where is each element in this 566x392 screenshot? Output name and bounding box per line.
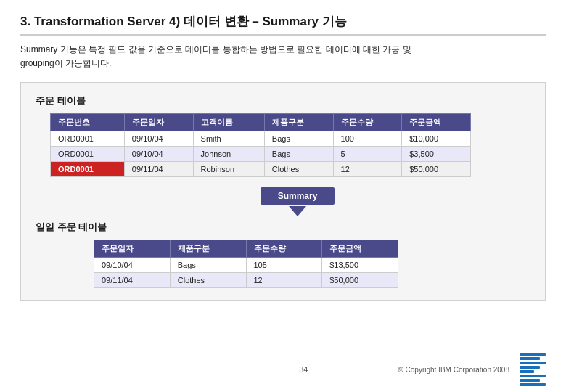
table-cell: 105 xyxy=(246,258,322,273)
bottom-table-th: 제품구분 xyxy=(170,240,246,258)
table-cell: Bags xyxy=(264,147,333,162)
summary-box: Summary xyxy=(261,187,335,205)
copyright: © Copyright IBM Corporation 2008 xyxy=(398,366,509,374)
table-cell: 09/10/04 xyxy=(124,131,193,147)
top-table-th: 주문번호 xyxy=(51,114,125,131)
bottom-table-body: 09/10/04Bags105$13,50009/11/04Clothes12$… xyxy=(94,258,398,288)
table-cell: 09/10/04 xyxy=(94,258,171,273)
table-cell: 09/11/04 xyxy=(94,273,171,288)
table-cell: 100 xyxy=(333,131,402,147)
description: Summary 기능은 특정 필드 값을 기준으로 데이터를 통합하는 방법으로… xyxy=(20,43,546,70)
table-row: ORD000109/11/04RobinsonClothes12$50,000 xyxy=(51,162,471,177)
table-cell: 09/10/04 xyxy=(124,147,193,162)
ibm-stripe-1 xyxy=(520,353,546,356)
arrow-down-icon xyxy=(289,206,306,216)
top-table-body: ORD000109/10/04SmithBags100$10,000ORD000… xyxy=(51,131,471,177)
table-cell: ORD0001 xyxy=(51,162,125,177)
table-row: ORD000109/10/04SmithBags100$10,000 xyxy=(51,131,471,147)
top-table-th: 주문금액 xyxy=(402,114,471,131)
ibm-stripes xyxy=(520,353,546,386)
top-table-th: 고객이름 xyxy=(193,114,264,131)
top-table-label: 주문 테이블 xyxy=(36,94,530,107)
table-cell: Bags xyxy=(170,258,246,273)
table-cell: $3,500 xyxy=(402,147,471,162)
bottom-table-header: 주문일자제품구분주문수량주문금액 xyxy=(94,240,398,258)
table-cell: Bags xyxy=(264,131,333,147)
table-cell: Johnson xyxy=(193,147,264,162)
table-cell: ORD0001 xyxy=(51,131,125,147)
ibm-stripe-5 xyxy=(520,370,534,373)
page-title: 3. Transformation Server 4) 데이터 변환 – Sum… xyxy=(20,13,546,36)
page-number: 34 xyxy=(209,365,398,374)
ibm-stripe-8 xyxy=(520,383,546,386)
summary-container: Summary xyxy=(50,181,545,216)
ibm-stripe-4 xyxy=(520,366,540,369)
table-cell: 09/11/04 xyxy=(124,162,193,177)
top-table-th: 제품구분 xyxy=(264,114,333,131)
top-table: 주문번호주문일자고객이름제품구분주문수량주문금액 ORD000109/10/04… xyxy=(50,113,471,177)
ibm-stripe-7 xyxy=(520,379,540,382)
bottom-table-th: 주문금액 xyxy=(322,240,398,258)
footer: 34 © Copyright IBM Corporation 2008 xyxy=(0,353,566,386)
content-area: 주문 테이블 주문번호주문일자고객이름제품구분주문수량주문금액 ORD00010… xyxy=(20,82,546,301)
top-table-header: 주문번호주문일자고객이름제품구분주문수량주문금액 xyxy=(51,114,471,131)
bottom-table-label: 일일 주문 테이블 xyxy=(36,221,530,234)
ibm-stripe-3 xyxy=(520,362,546,364)
table-row: ORD000109/10/04JohnsonBags5$3,500 xyxy=(51,147,471,162)
bottom-table-th: 주문수량 xyxy=(246,240,322,258)
bottom-table: 주문일자제품구분주문수량주문금액 09/10/04Bags105$13,5000… xyxy=(94,240,398,288)
table-row: 09/10/04Bags105$13,500 xyxy=(94,258,398,273)
table-cell: $50,000 xyxy=(402,162,471,177)
top-table-th: 주문일자 xyxy=(124,114,193,131)
table-cell: Clothes xyxy=(264,162,333,177)
table-cell: Robinson xyxy=(193,162,264,177)
table-cell: $13,500 xyxy=(322,258,398,273)
table-cell: $10,000 xyxy=(402,131,471,147)
ibm-stripe-6 xyxy=(520,375,546,377)
table-cell: 12 xyxy=(333,162,402,177)
table-cell: Smith xyxy=(193,131,264,147)
table-cell: 12 xyxy=(246,273,322,288)
ibm-logo xyxy=(520,353,546,386)
ibm-stripe-2 xyxy=(520,357,540,360)
table-cell: ORD0001 xyxy=(51,147,125,162)
table-cell: 5 xyxy=(333,147,402,162)
page: 3. Transformation Server 4) 데이터 변환 – Sum… xyxy=(0,0,566,392)
bottom-table-th: 주문일자 xyxy=(94,240,171,258)
table-cell: Clothes xyxy=(170,273,246,288)
table-row: 09/11/04Clothes12$50,000 xyxy=(94,273,398,288)
table-cell: $50,000 xyxy=(322,273,398,288)
top-table-th: 주문수량 xyxy=(333,114,402,131)
